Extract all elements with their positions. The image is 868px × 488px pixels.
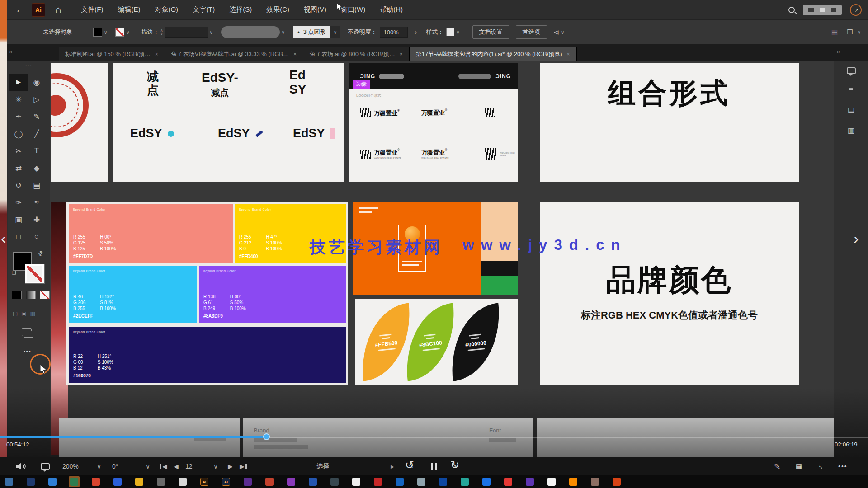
home-icon[interactable]: ⌂ <box>55 4 61 16</box>
menu-item[interactable]: 选择(S) <box>229 5 252 14</box>
taskbar-app-icon[interactable] <box>416 476 427 487</box>
progress-bar-elapsed[interactable] <box>0 436 266 438</box>
status-next-icon[interactable]: ▶ <box>391 457 394 475</box>
eyedropper-tool[interactable]: ✑ <box>9 194 28 211</box>
artboard-number-field[interactable]: 12 <box>185 457 193 475</box>
color-button[interactable] <box>12 291 22 299</box>
taskbar-app-icon[interactable] <box>590 476 600 487</box>
toolbar-more-icon[interactable]: ••• <box>24 348 32 354</box>
taskbar-app-icon[interactable] <box>546 476 557 487</box>
gradient-button[interactable] <box>26 291 36 299</box>
arrange-docs-icon[interactable]: ▦ <box>831 28 838 36</box>
progress-bar-remaining[interactable] <box>266 437 868 438</box>
zoom-level-select[interactable]: 200% <box>62 457 79 475</box>
variable-width-preview[interactable] <box>221 26 280 38</box>
artboard-tool[interactable]: □ <box>9 228 28 245</box>
search-icon[interactable] <box>788 7 795 13</box>
rewind-10-button[interactable]: ↺10 <box>405 457 417 475</box>
tab-close-icon[interactable]: × <box>567 51 570 57</box>
zoom-caret-icon[interactable]: ∨ <box>97 457 101 475</box>
keyboard-icon[interactable]: ▦ <box>796 457 802 475</box>
volume-icon[interactable] <box>15 457 26 475</box>
style-swatch[interactable] <box>446 28 454 36</box>
tools-drag-handle[interactable]: ••• <box>8 61 50 68</box>
fill-swatch[interactable] <box>93 28 102 37</box>
default-fill-stroke-icon[interactable]: ❏ <box>12 270 16 276</box>
tab-close-icon[interactable]: × <box>293 51 297 57</box>
taskbar-app-icon[interactable] <box>47 476 58 487</box>
width-caret-icon[interactable]: ∨ <box>282 30 285 35</box>
curvature-tool[interactable]: ✎ <box>28 108 46 125</box>
taskbar-app-icon[interactable] <box>134 476 145 487</box>
document-tab[interactable]: 兔子农场VI视觉品牌书.ai @ 33.33 % (RGB… × <box>165 47 303 61</box>
exit-fullscreen-icon[interactable]: ↔ <box>818 457 825 475</box>
draw-behind-icon[interactable]: ▣ <box>21 310 26 317</box>
stroke-stepper[interactable]: ∧∨ <box>160 29 163 35</box>
panel-collapse-icon[interactable]: « <box>836 48 840 55</box>
selection-tool[interactable]: ► <box>9 74 28 91</box>
stroke-caret-icon[interactable]: ∨ <box>126 30 129 35</box>
taskbar-app-icon[interactable] <box>242 476 253 487</box>
taskbar-app-icon[interactable] <box>459 476 470 487</box>
rotate-tool[interactable]: ↺ <box>9 177 28 194</box>
taskbar-app-icon[interactable] <box>177 476 188 487</box>
fill-caret-icon[interactable]: ∨ <box>104 30 107 35</box>
hand-caret-icon[interactable]: ∨ <box>561 30 564 35</box>
document-setup-button[interactable]: 文档设置 <box>472 25 509 39</box>
shape-builder-tool[interactable]: ◉ <box>28 74 46 91</box>
pen-tool[interactable]: ✒ <box>9 108 28 125</box>
stroke-weight-caret-icon[interactable]: ∨ <box>210 30 213 35</box>
draw-normal-icon[interactable]: ▢ <box>13 310 18 317</box>
workspace-caret-icon[interactable]: ∨ <box>858 30 861 35</box>
draw-inside-icon[interactable]: ▥ <box>30 310 35 317</box>
stroke-swatch[interactable] <box>115 28 124 37</box>
type-tool[interactable]: T <box>28 142 46 160</box>
symbol-sprayer-tool[interactable]: ▣ <box>9 211 28 228</box>
comments-panel-icon[interactable] <box>847 67 856 74</box>
taskbar-app-icon[interactable] <box>25 476 36 487</box>
taskbar-app-icon[interactable] <box>373 476 383 487</box>
document-tab[interactable]: 兔子农场.ai @ 800 % (RGB/预… × <box>303 47 410 61</box>
ellipse-tool[interactable]: ◯ <box>9 125 28 142</box>
taskbar-app-icon[interactable] <box>503 476 514 487</box>
first-artboard-icon[interactable]: ◀ <box>159 457 167 475</box>
taskbar-app-icon[interactable] <box>438 476 448 487</box>
more-options-icon[interactable]: ••• <box>838 457 848 475</box>
brush-select[interactable]: • 3 点圆形 <box>293 26 330 38</box>
taskbar-app-icon[interactable] <box>264 476 275 487</box>
workspace-switcher-icon[interactable]: ❒ <box>847 28 853 36</box>
external-link-button[interactable]: → <box>850 4 862 16</box>
prev-artboard-icon[interactable]: ◀ <box>174 457 179 475</box>
last-artboard-icon[interactable]: ▶ <box>240 457 248 475</box>
taskbar-app-icon[interactable] <box>286 476 297 487</box>
taskbar-app-icon[interactable] <box>90 476 101 487</box>
taskbar-app-icon[interactable] <box>611 476 622 487</box>
taskbar-app-icon[interactable] <box>69 476 80 487</box>
preferences-button[interactable]: 首选项 <box>516 25 547 39</box>
scissors-tool[interactable]: ✂ <box>9 142 28 160</box>
opacity-field[interactable]: 100% <box>380 27 408 38</box>
subtitle-icon[interactable] <box>41 457 50 475</box>
blend-tool[interactable]: ≈ <box>28 194 46 211</box>
reflect-tool[interactable]: ⇄ <box>9 160 28 177</box>
libraries-panel-icon[interactable]: ▥ <box>848 126 854 135</box>
menu-item[interactable]: 效果(C) <box>266 5 289 14</box>
tab-close-icon[interactable]: × <box>400 51 403 57</box>
pause-button[interactable] <box>429 457 439 475</box>
menu-item[interactable]: 帮助(H) <box>380 5 403 14</box>
paintbrush-tool[interactable]: ╱ <box>28 125 46 142</box>
screen-mode-button[interactable] <box>22 328 32 336</box>
taskbar-app-icon[interactable]: Ai <box>199 476 210 487</box>
menu-item[interactable]: 文字(T) <box>193 5 215 14</box>
zoom-tool[interactable]: ○ <box>28 228 46 245</box>
style-caret-icon[interactable]: ∨ <box>456 30 459 35</box>
gradient-tool[interactable]: ▤ <box>28 177 46 194</box>
previous-overlay-icon[interactable]: ‹ <box>1 230 6 247</box>
artboard-caret-icon[interactable]: ∨ <box>213 457 218 475</box>
none-button[interactable] <box>40 291 50 299</box>
document-tab[interactable]: 第17节-品牌提案包含的内容(1).ai* @ 200 % (RGB/预览) × <box>410 47 577 61</box>
brush-caret-icon[interactable]: ∨ <box>330 26 340 38</box>
taskbar-app-icon[interactable] <box>351 476 362 487</box>
taskbar-app-icon[interactable] <box>329 476 340 487</box>
fill-stroke-control[interactable]: ⇄ ❏ <box>12 252 46 292</box>
